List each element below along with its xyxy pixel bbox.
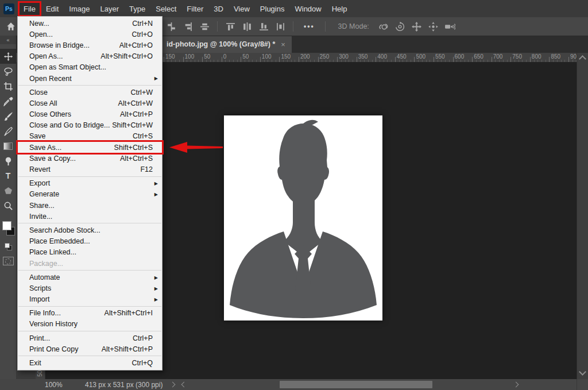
distribute-vertical-centers-icon[interactable] bbox=[165, 21, 177, 32]
menu-item-label: Close and Go to Bridge... bbox=[29, 121, 110, 129]
submenu-arrow-icon: ▶ bbox=[154, 181, 158, 186]
menu-item-automate[interactable]: Automate▶ bbox=[18, 272, 162, 283]
horizontal-scrollbar[interactable] bbox=[191, 381, 510, 388]
menu-item-place-embedded[interactable]: Place Embedded... bbox=[18, 236, 162, 247]
distribute-horizontal-centers-icon[interactable] bbox=[241, 21, 253, 32]
menubar-item-type[interactable]: Type bbox=[124, 2, 150, 16]
menu-item-save-as[interactable]: Save As...Shift+Ctrl+S bbox=[18, 142, 162, 153]
menu-item-open[interactable]: Open...Ctrl+O bbox=[18, 29, 162, 40]
menu-item-export[interactable]: Export▶ bbox=[18, 178, 162, 189]
menubar-item-edit[interactable]: Edit bbox=[41, 2, 64, 16]
menu-item-close-and-go-to-bridge[interactable]: Close and Go to Bridge...Shift+Ctrl+W bbox=[18, 120, 162, 131]
menu-item-shortcut: Ctrl+S bbox=[133, 132, 153, 140]
status-expand-icon[interactable] bbox=[170, 382, 176, 388]
menubar-item-layer[interactable]: Layer bbox=[95, 2, 125, 16]
mixer-brush-tool[interactable] bbox=[0, 123, 16, 138]
document-tab[interactable]: id-photo.jpg @ 100% (Gray/8#) * × bbox=[160, 36, 292, 53]
menu-item-open-recent[interactable]: Open Recent▶ bbox=[18, 73, 162, 84]
menu-item-invite[interactable]: Invite... bbox=[18, 211, 162, 222]
menu-item-file-info[interactable]: File Info...Alt+Shift+Ctrl+I bbox=[18, 308, 162, 319]
menu-item-label: Import bbox=[29, 295, 49, 303]
distribute-spacing-icon[interactable] bbox=[274, 21, 286, 32]
home-icon[interactable] bbox=[6, 21, 16, 32]
document-canvas[interactable] bbox=[224, 115, 382, 321]
hscroll-left-icon[interactable] bbox=[181, 382, 187, 388]
options-bar-icons: •••3D Mode: bbox=[165, 21, 456, 32]
menu-item-label: Search Adobe Stock... bbox=[29, 226, 100, 234]
menu-item-search-adobe-stock[interactable]: Search Adobe Stock... bbox=[18, 225, 162, 235]
menu-item-exit[interactable]: ExitCtrl+Q bbox=[18, 357, 162, 368]
menubar-item-3d[interactable]: 3D bbox=[208, 2, 229, 16]
menu-item-import[interactable]: Import▶ bbox=[18, 294, 162, 305]
zoom-level[interactable]: 100% bbox=[45, 381, 63, 389]
brush-tool[interactable] bbox=[0, 109, 16, 123]
scroll-down-icon[interactable] bbox=[579, 368, 586, 376]
ruler-tick-label: 750 bbox=[512, 53, 522, 60]
hscroll-right-icon[interactable] bbox=[513, 382, 519, 388]
align-right-edges-icon[interactable] bbox=[182, 21, 194, 32]
move-tool[interactable] bbox=[0, 49, 16, 64]
menu-item-shortcut: Shift+Ctrl+W bbox=[112, 121, 153, 129]
menu-item-generate[interactable]: Generate▶ bbox=[18, 189, 162, 200]
menu-item-browse-in-bridge[interactable]: Browse in Bridge...Alt+Ctrl+O bbox=[18, 40, 162, 51]
3d-pan-icon[interactable] bbox=[411, 21, 423, 32]
menu-item-label: Place Embedded... bbox=[29, 237, 90, 245]
color-swatches[interactable] bbox=[1, 221, 16, 240]
menubar-item-file[interactable]: File bbox=[18, 2, 41, 16]
tools-panel: « T bbox=[0, 36, 16, 379]
menubar-item-filter[interactable]: Filter bbox=[181, 2, 208, 16]
align-horizontal-centers-icon[interactable] bbox=[199, 21, 210, 32]
3d-slide-icon[interactable] bbox=[428, 21, 439, 32]
menu-item-close[interactable]: CloseCtrl+W bbox=[18, 87, 162, 98]
menu-item-open-as[interactable]: Open As...Alt+Shift+Ctrl+O bbox=[18, 51, 162, 62]
dodge-tool[interactable] bbox=[0, 153, 16, 168]
menu-item-new[interactable]: New...Ctrl+N bbox=[18, 18, 162, 29]
menu-item-print[interactable]: Print...Ctrl+P bbox=[18, 333, 162, 343]
crop-tool[interactable] bbox=[0, 79, 16, 94]
menubar-item-help[interactable]: Help bbox=[327, 2, 353, 16]
menubar-item-plugins[interactable]: Plugins bbox=[255, 2, 290, 16]
menu-item-open-as-smart-object[interactable]: Open as Smart Object... bbox=[18, 62, 162, 73]
align-top-edges-icon[interactable] bbox=[225, 21, 236, 32]
3d-camera-icon[interactable] bbox=[444, 21, 456, 32]
shape-tool[interactable] bbox=[0, 183, 16, 198]
menu-item-scripts[interactable]: Scripts▶ bbox=[18, 283, 162, 294]
submenu-arrow-icon: ▶ bbox=[154, 76, 158, 81]
menu-item-label: Share... bbox=[29, 202, 55, 210]
menu-item-version-history[interactable]: Version History bbox=[18, 319, 162, 330]
menu-item-print-one-copy[interactable]: Print One CopyAlt+Shift+Ctrl+P bbox=[18, 343, 162, 354]
menu-item-label: Save As... bbox=[29, 144, 61, 152]
menu-item-place-linked[interactable]: Place Linked... bbox=[18, 247, 162, 258]
menubar-item-view[interactable]: View bbox=[229, 2, 255, 16]
scroll-up-icon[interactable] bbox=[579, 55, 586, 63]
3d-roll-icon[interactable] bbox=[394, 21, 406, 32]
menu-item-label: Revert bbox=[29, 165, 51, 173]
menu-item-save-a-copy[interactable]: Save a Copy...Alt+Ctrl+S bbox=[18, 153, 162, 164]
menubar-item-select[interactable]: Select bbox=[150, 2, 181, 16]
lasso-tool[interactable] bbox=[0, 64, 16, 79]
3d-orbit-icon[interactable] bbox=[378, 21, 389, 32]
horizontal-scrollbar-thumb[interactable] bbox=[280, 381, 432, 388]
vertical-scrollbar[interactable] bbox=[577, 53, 588, 379]
eyedropper-tool[interactable] bbox=[0, 94, 16, 109]
menubar-item-window[interactable]: Window bbox=[289, 2, 326, 16]
menu-item-close-others[interactable]: Close OthersAlt+Ctrl+P bbox=[18, 109, 162, 120]
menu-item-revert[interactable]: RevertF12 bbox=[18, 164, 162, 175]
foreground-color-swatch[interactable] bbox=[2, 221, 11, 230]
menu-separator bbox=[18, 85, 161, 86]
menubar-item-image[interactable]: Image bbox=[64, 2, 95, 16]
gradient-tool[interactable] bbox=[0, 138, 16, 153]
zoom-tool[interactable] bbox=[0, 198, 16, 213]
menu-item-close-all[interactable]: Close AllAlt+Ctrl+W bbox=[18, 98, 162, 109]
more-options-icon[interactable]: ••• bbox=[300, 22, 318, 30]
close-tab-icon[interactable]: × bbox=[281, 40, 285, 49]
default-colors-icon[interactable] bbox=[5, 243, 11, 250]
menu-item-save[interactable]: SaveCtrl+S bbox=[18, 131, 162, 142]
align-bottom-edges-icon[interactable] bbox=[258, 21, 269, 32]
menubar-items: FileEditImageLayerTypeSelectFilter3DView… bbox=[18, 2, 352, 16]
collapse-panel-icon[interactable]: « bbox=[0, 36, 16, 44]
type-tool[interactable]: T bbox=[0, 168, 16, 183]
menu-item-share[interactable]: Share... bbox=[18, 200, 162, 211]
quick-mask-mode-icon[interactable] bbox=[3, 257, 14, 265]
menu-item-package[interactable]: Package... bbox=[18, 258, 162, 269]
